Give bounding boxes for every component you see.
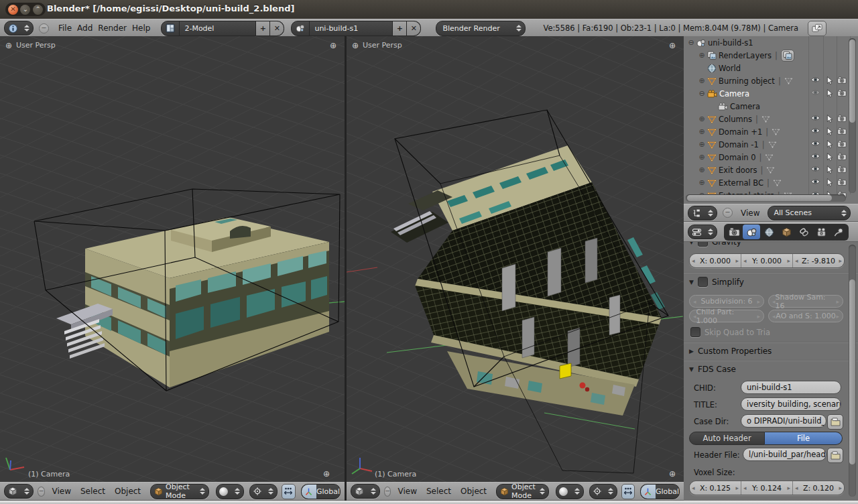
mode-dropdown[interactable]: Object Mode bbox=[150, 484, 209, 499]
outliner-item-label[interactable]: Exit doors bbox=[719, 166, 757, 175]
menu-select[interactable]: Select bbox=[424, 487, 454, 496]
screen-layout-selector[interactable]: 2-Model + ✕ bbox=[161, 21, 284, 36]
selectability-cursor-icon[interactable] bbox=[826, 178, 833, 187]
visibility-eye-icon[interactable] bbox=[810, 166, 820, 172]
outliner-editor[interactable]: ⊖uni-build-s1⊕RenderLayers|World⊕Burning… bbox=[684, 36, 858, 204]
toolshelf-plus-icon[interactable]: ⊕ bbox=[352, 41, 359, 50]
panel-collapse-icon[interactable]: ▶ bbox=[689, 348, 694, 355]
transform-orientation-dropdown[interactable]: Global bbox=[640, 484, 680, 499]
outliner-item[interactable]: ⊕Columns| bbox=[684, 113, 858, 125]
corner-plus-icon[interactable]: ⊕ bbox=[669, 469, 676, 479]
file-button[interactable]: File bbox=[765, 432, 843, 445]
menu-view[interactable]: View bbox=[395, 487, 419, 496]
render-engine-dropdown[interactable]: Blender Render bbox=[436, 21, 526, 36]
selectability-cursor-icon[interactable] bbox=[826, 127, 833, 136]
gravity-z-field[interactable]: ◂Z: -9.810▸ bbox=[792, 254, 844, 267]
expand-toggle-icon[interactable]: ⊕ bbox=[697, 76, 707, 85]
outliner-item[interactable]: ⊕Exit doors| bbox=[684, 164, 858, 176]
editor-type-selector[interactable] bbox=[4, 21, 34, 36]
voxel-x-field[interactable]: ◂X: 0.125▸ bbox=[690, 481, 741, 495]
manipulator-toggle-icon[interactable] bbox=[282, 484, 296, 499]
expand-toggle-icon[interactable]: ⊕ bbox=[697, 178, 707, 187]
selectability-cursor-icon[interactable] bbox=[826, 153, 833, 162]
outliner-item-label[interactable]: External BC bbox=[719, 178, 763, 188]
renderlayer-badge-icon[interactable] bbox=[781, 50, 794, 62]
expand-toggle-icon[interactable]: ⊕ bbox=[697, 115, 707, 123]
menu-add[interactable]: Add bbox=[74, 23, 95, 33]
viewport-shading-dropdown[interactable] bbox=[216, 484, 244, 499]
outliner-item[interactable]: Camera bbox=[684, 100, 858, 113]
menu-help[interactable]: Help bbox=[129, 23, 153, 33]
collapse-menus-icon[interactable]: − bbox=[39, 23, 49, 34]
voxel-size-field[interactable]: ◂X: 0.125▸ ◂Y: 0.124▸ ◂Z: 0.120▸ bbox=[689, 481, 845, 495]
header-file-browse-icon[interactable] bbox=[827, 448, 843, 463]
collapse-menus-icon[interactable]: − bbox=[38, 487, 45, 497]
visibility-eye-icon[interactable] bbox=[810, 127, 820, 134]
tab-physics[interactable] bbox=[830, 225, 847, 239]
outliner-horizontal-scrollbar[interactable] bbox=[686, 194, 846, 202]
outliner-item-label[interactable]: World bbox=[719, 64, 741, 73]
title-input[interactable]: iversity building, scenario 1 bbox=[741, 397, 841, 411]
outliner-item-label[interactable]: Camera bbox=[730, 102, 760, 111]
menu-render[interactable]: Render bbox=[95, 23, 129, 33]
selectability-cursor-icon[interactable] bbox=[826, 89, 833, 98]
panel-collapse-icon[interactable]: ▼ bbox=[689, 366, 694, 373]
renderability-camera-icon[interactable] bbox=[837, 115, 847, 122]
editor-type-selector[interactable] bbox=[688, 225, 717, 239]
gravity-vector-field[interactable]: ◂X: 0.000▸ ◂Y: 0.000▸ ◂Z: -9.810▸ bbox=[689, 253, 845, 268]
window-duplicate-icon[interactable] bbox=[808, 21, 826, 36]
add-scene-button[interactable]: + bbox=[393, 21, 406, 36]
skip-quad-to-tria-row[interactable]: Skip Quad to Tria bbox=[690, 327, 770, 337]
tab-world[interactable] bbox=[760, 225, 778, 239]
renderability-camera-icon[interactable] bbox=[837, 76, 847, 84]
screen-layout-name[interactable]: 2-Model bbox=[180, 21, 255, 36]
header-file-input[interactable]: l/uni-build_par/header.fds bbox=[743, 448, 826, 461]
mode-dropdown[interactable]: Object Mode bbox=[496, 484, 549, 499]
editor-type-selector[interactable] bbox=[4, 484, 34, 499]
viewport-shading-dropdown[interactable] bbox=[556, 484, 584, 499]
pivot-point-dropdown[interactable] bbox=[249, 484, 278, 499]
transform-orientation-dropdown[interactable]: Global bbox=[301, 484, 341, 499]
toolshelf-plus-icon[interactable]: ⊕ bbox=[5, 41, 12, 50]
pivot-point-dropdown[interactable] bbox=[589, 484, 617, 499]
outliner-item[interactable]: ⊕Domain 0| bbox=[684, 151, 858, 164]
expand-toggle-icon[interactable]: ⊕ bbox=[697, 153, 707, 162]
voxel-z-field[interactable]: ◂Z: 0.120▸ bbox=[792, 481, 844, 495]
3d-viewport-left[interactable]: ⊕ User Persp ⊕ ⊕ (1) Camera − View Selec… bbox=[0, 36, 347, 501]
renderability-camera-icon[interactable] bbox=[837, 166, 847, 173]
selectability-cursor-icon[interactable] bbox=[826, 76, 833, 85]
gravity-x-field[interactable]: ◂X: 0.000▸ bbox=[690, 254, 741, 267]
minimize-icon[interactable]: ⌄ bbox=[20, 5, 30, 15]
outliner-item[interactable]: ⊕Burning object| bbox=[684, 74, 858, 87]
menu-view[interactable]: View bbox=[49, 487, 73, 496]
close-layout-button[interactable]: ✕ bbox=[270, 21, 284, 36]
expand-toggle-icon[interactable]: ⊖ bbox=[686, 38, 696, 47]
expand-toggle-icon[interactable]: ⊖ bbox=[697, 89, 707, 98]
visibility-eye-icon[interactable] bbox=[810, 178, 820, 185]
3d-scene-left[interactable] bbox=[0, 36, 345, 482]
properties-vertical-scrollbar[interactable] bbox=[849, 245, 856, 497]
manipulator-toggle-icon[interactable] bbox=[621, 484, 635, 499]
menu-file[interactable]: File bbox=[56, 23, 74, 33]
tab-scene[interactable] bbox=[743, 225, 760, 239]
outliner-item-label[interactable]: Domain -1 bbox=[719, 140, 759, 149]
maximize-icon[interactable]: ⌃ bbox=[33, 5, 43, 15]
renderability-camera-icon[interactable] bbox=[837, 140, 847, 147]
expand-toggle-icon[interactable]: ⊕ bbox=[697, 166, 707, 174]
tab-constraints[interactable] bbox=[795, 225, 812, 239]
voxel-y-field[interactable]: ◂Y: 0.124▸ bbox=[741, 481, 792, 495]
tab-render[interactable] bbox=[725, 225, 743, 239]
renderability-camera-icon[interactable] bbox=[837, 178, 847, 186]
scene-selector[interactable]: uni-build-s1 + ✕ bbox=[291, 21, 421, 36]
menu-object[interactable]: Object bbox=[458, 487, 489, 496]
outliner-item-label[interactable]: RenderLayers bbox=[719, 51, 772, 60]
visibility-eye-icon[interactable] bbox=[810, 140, 820, 147]
outliner-item-label[interactable]: uni-build-s1 bbox=[708, 38, 753, 48]
renderability-camera-icon[interactable] bbox=[837, 153, 847, 160]
selectability-cursor-icon[interactable] bbox=[826, 166, 833, 174]
gravity-y-field[interactable]: ◂Y: 0.000▸ bbox=[741, 254, 792, 267]
properties-region-plus-icon[interactable]: ⊕ bbox=[330, 41, 336, 50]
outliner-item-label[interactable]: Domain 0 bbox=[719, 153, 756, 162]
properties-region-plus-icon[interactable]: ⊕ bbox=[669, 41, 676, 50]
collapse-menus-icon[interactable]: − bbox=[384, 487, 391, 497]
